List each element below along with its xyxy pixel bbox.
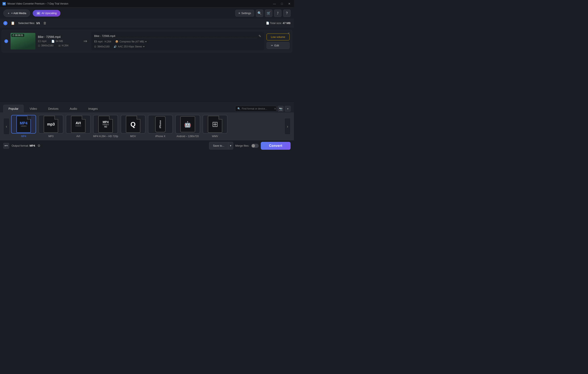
add-media-button[interactable]: ＋ + Add Media [3, 10, 30, 17]
settings-label: Settings [241, 11, 251, 15]
format-meta: 🎞 mp4 [38, 40, 46, 43]
file-bar: ✓ 📋 Selected files: 1/1 🗑 📄 Total size: … [0, 19, 294, 27]
format-card-wmv: ⊞ [203, 115, 228, 134]
output-resolution-meta: ⊡ 3840x2160 [94, 45, 109, 48]
output-resolution-icon: ⊡ [94, 45, 96, 48]
ai-upscaling-label: AI Upscaling [42, 11, 57, 15]
format-search: 🔍 ✕ 📷 ▾ [235, 106, 291, 112]
format-label-wmv: WMV [212, 135, 218, 138]
save-to-dropdown-button[interactable]: ▾ [228, 142, 233, 150]
output-meta-row-1: 🎞 mp4 · H.264 📦 Compress file (47 MB) ▾ [94, 40, 261, 43]
plus-icon: ＋ [7, 11, 10, 15]
output-format-text: Output format: MP4 [11, 144, 35, 147]
clock-icon: ⏱ [12, 34, 14, 36]
search-button[interactable]: 🔍 [256, 10, 263, 17]
merge-files-toggle[interactable] [251, 144, 259, 148]
edit-filename-icon[interactable]: ✎ [259, 34, 261, 38]
ai-icon: AI [36, 11, 40, 15]
size-meta: 📄 94 MB [51, 40, 63, 43]
tab-images[interactable]: Images [83, 105, 103, 112]
selected-files-label: Selected files: 1/1 [18, 21, 40, 25]
tab-audio[interactable]: Audio [64, 105, 82, 112]
tab-popular[interactable]: Popular [3, 105, 24, 112]
convert-arrow-icon: ⇒ [82, 39, 89, 44]
cart-button[interactable]: 🛒 [265, 10, 272, 17]
film-icon: 🎞 [38, 40, 41, 43]
codec-icon: ⊞ [58, 44, 61, 47]
video-thumbnail[interactable]: ⏱ 00:00:31 [10, 33, 35, 50]
share-button[interactable]: ⤴ [274, 10, 282, 17]
help-icon: ? [286, 11, 288, 15]
ai-upscaling-button[interactable]: AI AI Upscaling [33, 10, 60, 17]
share-icon: ⤴ [277, 11, 279, 15]
title-bar-controls: — □ ✕ [272, 2, 291, 6]
compress-dropdown-arrow[interactable]: ▾ [145, 40, 147, 43]
format-grid: MP4 VIDEO MP4 mp3 MP3 AV [11, 115, 283, 138]
source-info: Bike - 72566.mp4 🎞 mp4 📄 94 MB ⊡ 3840x21… [38, 35, 79, 47]
maximize-button[interactable]: □ [280, 2, 284, 6]
delete-button[interactable]: 🗑 [43, 21, 47, 25]
format-card-mp4: MP4 VIDEO [11, 115, 36, 134]
toolbar-left: ＋ + Add Media AI AI Upscaling [3, 10, 60, 17]
format-item-mp4hd[interactable]: MP4 VIDEO HD MP4 H.264 – HD 720p [93, 115, 118, 138]
content-area: ✓ ⏱ 00:00:31 Bike - 72566.mp4 🎞 mp4 📄 94… [0, 27, 294, 103]
resolution-meta: ⊡ 3840x2160 [38, 44, 53, 47]
select-all-checkbox[interactable]: ✓ [3, 21, 8, 25]
windows-icon: ⊞ [212, 120, 218, 128]
format-search-input[interactable] [242, 107, 273, 110]
convert-button[interactable]: Convert [261, 142, 291, 150]
output-settings-gear[interactable]: ⚙ [37, 144, 40, 148]
close-file-button[interactable]: ✕ [287, 32, 290, 35]
title-bar-left: M Movavi Video Converter Premium – 7-Day… [2, 2, 68, 5]
format-card-android: 🤖 [175, 115, 200, 134]
format-item-wmv[interactable]: ⊞ WMV [203, 115, 228, 138]
cart-icon: 🛒 [267, 11, 271, 15]
format-item-mp3[interactable]: mp3 MP3 [39, 115, 63, 138]
scissors-icon: ✂ [271, 44, 273, 47]
toolbar: ＋ + Add Media AI AI Upscaling ≡ Settings… [0, 8, 294, 19]
expand-button[interactable]: ▾ [285, 106, 291, 112]
resolution-icon: ⊡ [38, 44, 40, 47]
low-volume-button[interactable]: Low volume [267, 33, 290, 40]
format-label-iphone: iPhone X [155, 135, 165, 138]
search-box: 🔍 ✕ [235, 106, 276, 112]
prev-format-button[interactable]: ‹ [3, 118, 10, 135]
close-button[interactable]: ✕ [287, 2, 291, 6]
action-buttons: Low volume ✂ Edit [267, 33, 290, 49]
screenshot-button[interactable]: 📷 [278, 106, 284, 112]
next-format-button[interactable]: › [284, 118, 291, 135]
settings-button[interactable]: ≡ Settings [235, 10, 254, 17]
source-meta: 🎞 mp4 📄 94 MB [38, 40, 79, 43]
format-item-android[interactable]: 🤖 Android – 1280x720 [175, 115, 200, 138]
format-item-mp4[interactable]: MP4 VIDEO MP4 [11, 115, 36, 138]
tab-devices[interactable]: Devices [43, 105, 64, 112]
edit-button[interactable]: ✂ Edit [267, 42, 290, 49]
format-card-iphone: iPhone [148, 115, 173, 134]
format-item-avi[interactable]: AVI VIDEO AVI [66, 115, 91, 138]
total-size: 📄 Total size: 47 MB [266, 21, 291, 25]
save-to-button[interactable]: Save to... [209, 142, 228, 150]
app-title: Movavi Video Converter Premium – 7-Day T… [8, 2, 68, 5]
audio-dropdown-arrow[interactable]: ▾ [143, 45, 145, 48]
format-item-mov[interactable]: Q MOV [121, 115, 146, 138]
format-item-iphone[interactable]: iPhone iPhone X [148, 115, 173, 138]
title-bar: M Movavi Video Converter Premium – 7-Day… [0, 0, 294, 8]
codec-meta: ⊞ H.264 [58, 44, 68, 47]
help-button[interactable]: ? [283, 10, 291, 17]
search-clear-button[interactable]: ✕ [274, 107, 276, 110]
format-section: Popular Video Devices Audio Images 🔍 ✕ 📷… [0, 103, 294, 140]
format-label-android: Android – 1280x720 [177, 135, 199, 138]
app-icon: M [2, 2, 6, 5]
add-media-label: + Add Media [11, 11, 26, 15]
format-label-avi: AVI [76, 135, 80, 138]
file-checkbox[interactable]: ✓ [4, 39, 8, 43]
minimize-button[interactable]: — [272, 2, 276, 6]
source-meta-2: ⊡ 3840x2160 ⊞ H.264 [38, 44, 79, 47]
bottom-bar: MP4 Output format: MP4 ⚙ Save to... ▾ Me… [0, 140, 294, 151]
format-tabs: Popular Video Devices Audio Images 🔍 ✕ 📷… [0, 103, 294, 112]
edit-label: Edit [274, 44, 279, 47]
tab-video[interactable]: Video [24, 105, 42, 112]
duration-badge: ⏱ 00:00:31 [11, 34, 24, 37]
output-format-meta: 🎞 mp4 · H.264 [94, 40, 111, 43]
empty-drop-area [2, 52, 292, 100]
